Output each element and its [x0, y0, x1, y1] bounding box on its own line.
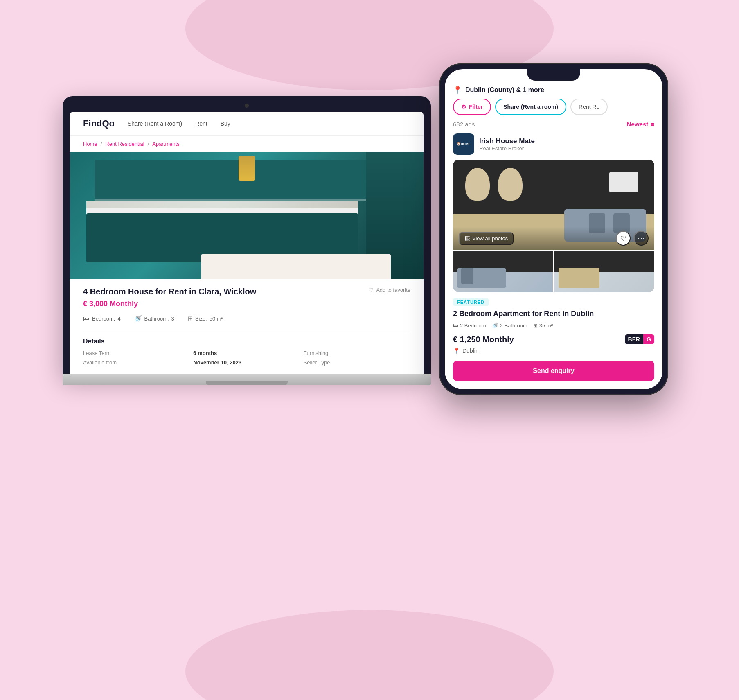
- phone-spec-size: ⊞ 35 m²: [533, 323, 553, 329]
- size-icon: ⊞: [187, 315, 193, 323]
- send-enquiry-button[interactable]: Send enquiry: [453, 361, 654, 381]
- bathroom-value: 3: [171, 316, 174, 322]
- nav-share-link[interactable]: Share (Rent a Room): [128, 120, 182, 127]
- filter-button[interactable]: ⚙ Filter: [453, 99, 491, 115]
- phone-location-bar: 📍 Dublin (County) & 1 more: [453, 81, 654, 99]
- laptop-specs: 🛏 Bedroom: 4 🚿 Bathroom: 3 ⊞ Size:: [83, 315, 410, 323]
- laptop-screen-outer: FindQo Share (Rent a Room) Rent Buy Home…: [63, 96, 431, 374]
- more-options-button[interactable]: ⋯: [634, 231, 649, 246]
- laptop-listing-price: € 3,000 Monthly: [83, 300, 410, 308]
- phone-notch: [527, 69, 580, 81]
- heart-favorite-button[interactable]: ♡: [616, 231, 631, 246]
- photo-action-buttons: ♡ ⋯: [616, 231, 649, 246]
- bedroom-label: Bedroom:: [92, 316, 115, 322]
- bedroom-icon: 🛏: [83, 315, 90, 323]
- scene-container: FindQo Share (Rent a Room) Rent Buy Home…: [63, 63, 676, 637]
- details-heading: Details: [83, 338, 410, 345]
- laptop-camera: [245, 104, 249, 108]
- agent-logo: 🏠 HOME: [453, 133, 474, 155]
- sub-photo-2: [554, 251, 654, 292]
- lease-term-label: Lease Term: [83, 350, 190, 356]
- breadcrumb: Home / Rent Residential / Apartments: [70, 136, 424, 152]
- main-property-photo: 🖼 View all photos ♡ ⋯: [453, 160, 654, 250]
- furnishing-label: Furnishing: [304, 350, 410, 356]
- featured-badge: FEATURED: [453, 298, 489, 306]
- phone-price-row: € 1,250 Monthly BER G: [453, 334, 654, 344]
- phone-bathroom-icon: 🚿: [492, 323, 498, 329]
- phone-bathroom-text: 2 Bathroom: [500, 323, 527, 329]
- laptop-navbar: FindQo Share (Rent a Room) Rent Buy: [70, 112, 424, 136]
- size-value: 50 m²: [210, 316, 223, 322]
- phone-outer: 📍 Dublin (County) & 1 more ⚙ Filter Shar…: [439, 63, 668, 395]
- agent-name: Irish House Mate: [479, 137, 535, 145]
- location-pin-icon: 📍: [453, 86, 462, 95]
- property-photo-grid: 🖼 View all photos ♡ ⋯: [453, 160, 654, 292]
- phone-filter-row: ⚙ Filter Share (Rent a room) Rent Re: [453, 99, 654, 115]
- phone-size-text: 35 m²: [539, 323, 553, 329]
- phone-content: 📍 Dublin (County) & 1 more ⚙ Filter Shar…: [445, 81, 662, 389]
- phone-listing-title: 2 Bedroom Apartment for Rent in Dublin: [453, 309, 654, 318]
- phone-listing-location: 📍 Dublin: [453, 348, 654, 354]
- laptop-hero-image: [70, 152, 424, 279]
- rent-re-button[interactable]: Rent Re: [570, 99, 608, 115]
- sort-newest-button[interactable]: Newest ≡: [627, 121, 654, 128]
- breadcrumb-home[interactable]: Home: [83, 141, 97, 147]
- share-rent-room-button[interactable]: Share (Rent a room): [495, 99, 566, 115]
- nav-rent-link[interactable]: Rent: [195, 120, 207, 127]
- sub-photo-1: [453, 251, 553, 292]
- sub-photos-grid: [453, 251, 654, 292]
- laptop-listing-info: 4 Bedroom House for Rent in Clara, Wickl…: [70, 279, 424, 374]
- phone-spec-bedroom: 🛏 2 Bedroom: [453, 323, 486, 329]
- available-from-label: Available from: [83, 359, 190, 366]
- laptop-listing-title: 4 Bedroom House for Rent in Clara, Wickl…: [83, 287, 369, 296]
- ber-label: BER: [625, 334, 644, 344]
- laptop-base: [63, 374, 431, 385]
- heart-icon: ♡: [369, 287, 374, 293]
- filter-icon: ⚙: [461, 104, 466, 110]
- pendant-light: [239, 156, 255, 181]
- breadcrumb-rent-residential[interactable]: Rent Residential: [105, 141, 144, 147]
- ads-count-row: 682 ads Newest ≡: [453, 121, 654, 128]
- phone-size-icon: ⊞: [533, 323, 538, 329]
- view-all-photos-button[interactable]: 🖼 View all photos: [459, 232, 514, 245]
- lease-term-value: 6 months: [193, 350, 300, 356]
- phone-spec-bathroom: 🚿 2 Bathroom: [492, 323, 527, 329]
- seller-type-label: Seller Type: [304, 359, 410, 366]
- bathroom-icon: 🚿: [134, 315, 142, 323]
- spec-size: ⊞ Size: 50 m²: [187, 315, 223, 323]
- ads-count-text: 682 ads: [453, 121, 475, 128]
- phone-listing-location-text: Dublin: [462, 348, 479, 354]
- bedroom-value: 4: [117, 316, 120, 322]
- photo-overlay-bar: 🖼 View all photos ♡ ⋯: [453, 227, 654, 250]
- ber-rating: G: [643, 334, 654, 344]
- kitchen-visual: [70, 152, 424, 279]
- phone-bedroom-text: 2 Bedroom: [460, 323, 486, 329]
- phone-inner: 📍 Dublin (County) & 1 more ⚙ Filter Shar…: [445, 69, 662, 389]
- breadcrumb-apartments[interactable]: Apartments: [152, 141, 179, 147]
- gallery-icon: 🖼: [464, 235, 470, 242]
- kitchen-island: [201, 254, 391, 279]
- spec-bathroom: 🚿 Bathroom: 3: [134, 315, 174, 323]
- details-section: Details Lease Term 6 months Furnishing A…: [83, 331, 410, 366]
- phone-mockup: 📍 Dublin (County) & 1 more ⚙ Filter Shar…: [439, 63, 668, 395]
- sort-icon: ≡: [651, 121, 654, 128]
- agent-card: 🏠 HOME Irish House Mate Real Estate Brok…: [453, 133, 654, 155]
- available-from-value: November 10, 2023: [193, 359, 300, 366]
- size-label: Size:: [195, 316, 207, 322]
- phone-listing-price: € 1,250 Monthly: [453, 335, 514, 344]
- listing-title-row: 4 Bedroom House for Rent in Clara, Wickl…: [83, 287, 410, 296]
- phone-listing-specs: 🛏 2 Bedroom 🚿 2 Bathroom ⊞ 35 m²: [453, 323, 654, 329]
- nav-buy-link[interactable]: Buy: [221, 120, 230, 127]
- ber-rating-badge: BER G: [625, 334, 654, 344]
- agent-info: Irish House Mate Real Estate Broker: [479, 137, 535, 151]
- details-grid: Lease Term 6 months Furnishing Available…: [83, 350, 410, 366]
- phone-bedroom-icon: 🛏: [453, 323, 458, 329]
- bathroom-label: Bathroom:: [144, 316, 169, 322]
- laptop-screen-inner: FindQo Share (Rent a Room) Rent Buy Home…: [70, 112, 424, 374]
- laptop-mockup: FindQo Share (Rent a Room) Rent Buy Home…: [63, 96, 431, 385]
- phone-location-text: Dublin (County) & 1 more: [465, 86, 544, 94]
- agent-type: Real Estate Broker: [479, 145, 535, 151]
- add-favorite-button[interactable]: ♡ Add to favorite: [369, 287, 410, 293]
- spec-bedroom: 🛏 Bedroom: 4: [83, 315, 121, 323]
- laptop-logo: FindQo: [83, 118, 115, 129]
